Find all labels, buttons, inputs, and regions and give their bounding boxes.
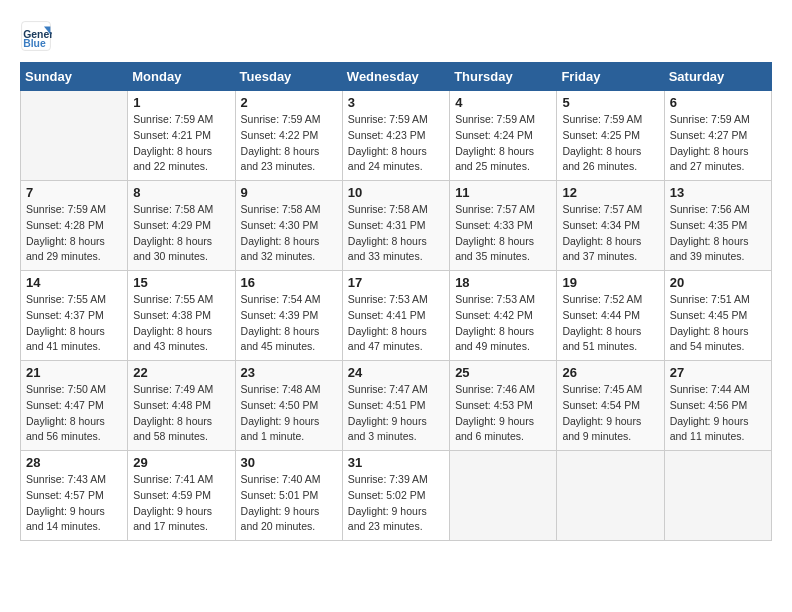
calendar-week-4: 21Sunrise: 7:50 AM Sunset: 4:47 PM Dayli…: [21, 361, 772, 451]
weekday-header-friday: Friday: [557, 63, 664, 91]
calendar-cell: 19Sunrise: 7:52 AM Sunset: 4:44 PM Dayli…: [557, 271, 664, 361]
day-info: Sunrise: 7:59 AM Sunset: 4:25 PM Dayligh…: [562, 112, 658, 175]
day-info: Sunrise: 7:58 AM Sunset: 4:29 PM Dayligh…: [133, 202, 229, 265]
day-info: Sunrise: 7:53 AM Sunset: 4:42 PM Dayligh…: [455, 292, 551, 355]
calendar-cell: 15Sunrise: 7:55 AM Sunset: 4:38 PM Dayli…: [128, 271, 235, 361]
day-info: Sunrise: 7:44 AM Sunset: 4:56 PM Dayligh…: [670, 382, 766, 445]
day-info: Sunrise: 7:57 AM Sunset: 4:34 PM Dayligh…: [562, 202, 658, 265]
day-number: 6: [670, 95, 766, 110]
svg-text:Blue: Blue: [23, 38, 46, 49]
calendar-cell: 28Sunrise: 7:43 AM Sunset: 4:57 PM Dayli…: [21, 451, 128, 541]
calendar-cell: 29Sunrise: 7:41 AM Sunset: 4:59 PM Dayli…: [128, 451, 235, 541]
calendar-cell: 22Sunrise: 7:49 AM Sunset: 4:48 PM Dayli…: [128, 361, 235, 451]
day-info: Sunrise: 7:58 AM Sunset: 4:31 PM Dayligh…: [348, 202, 444, 265]
day-number: 7: [26, 185, 122, 200]
day-info: Sunrise: 7:56 AM Sunset: 4:35 PM Dayligh…: [670, 202, 766, 265]
day-info: Sunrise: 7:52 AM Sunset: 4:44 PM Dayligh…: [562, 292, 658, 355]
day-number: 17: [348, 275, 444, 290]
day-number: 19: [562, 275, 658, 290]
weekday-header-tuesday: Tuesday: [235, 63, 342, 91]
day-info: Sunrise: 7:51 AM Sunset: 4:45 PM Dayligh…: [670, 292, 766, 355]
day-number: 27: [670, 365, 766, 380]
calendar-cell: 30Sunrise: 7:40 AM Sunset: 5:01 PM Dayli…: [235, 451, 342, 541]
day-info: Sunrise: 7:48 AM Sunset: 4:50 PM Dayligh…: [241, 382, 337, 445]
day-info: Sunrise: 7:55 AM Sunset: 4:37 PM Dayligh…: [26, 292, 122, 355]
weekday-header-thursday: Thursday: [450, 63, 557, 91]
day-number: 28: [26, 455, 122, 470]
weekday-header-sunday: Sunday: [21, 63, 128, 91]
calendar-cell: [450, 451, 557, 541]
day-info: Sunrise: 7:59 AM Sunset: 4:23 PM Dayligh…: [348, 112, 444, 175]
day-info: Sunrise: 7:55 AM Sunset: 4:38 PM Dayligh…: [133, 292, 229, 355]
calendar-table: SundayMondayTuesdayWednesdayThursdayFrid…: [20, 62, 772, 541]
calendar-cell: 2Sunrise: 7:59 AM Sunset: 4:22 PM Daylig…: [235, 91, 342, 181]
calendar-cell: 31Sunrise: 7:39 AM Sunset: 5:02 PM Dayli…: [342, 451, 449, 541]
calendar-cell: 11Sunrise: 7:57 AM Sunset: 4:33 PM Dayli…: [450, 181, 557, 271]
calendar-cell: [664, 451, 771, 541]
day-number: 25: [455, 365, 551, 380]
day-number: 1: [133, 95, 229, 110]
day-number: 21: [26, 365, 122, 380]
calendar-cell: 9Sunrise: 7:58 AM Sunset: 4:30 PM Daylig…: [235, 181, 342, 271]
day-number: 3: [348, 95, 444, 110]
day-number: 15: [133, 275, 229, 290]
day-info: Sunrise: 7:43 AM Sunset: 4:57 PM Dayligh…: [26, 472, 122, 535]
day-info: Sunrise: 7:41 AM Sunset: 4:59 PM Dayligh…: [133, 472, 229, 535]
day-info: Sunrise: 7:59 AM Sunset: 4:28 PM Dayligh…: [26, 202, 122, 265]
day-info: Sunrise: 7:59 AM Sunset: 4:24 PM Dayligh…: [455, 112, 551, 175]
weekday-header-monday: Monday: [128, 63, 235, 91]
calendar-cell: 5Sunrise: 7:59 AM Sunset: 4:25 PM Daylig…: [557, 91, 664, 181]
calendar-cell: 23Sunrise: 7:48 AM Sunset: 4:50 PM Dayli…: [235, 361, 342, 451]
day-number: 2: [241, 95, 337, 110]
day-number: 8: [133, 185, 229, 200]
day-number: 5: [562, 95, 658, 110]
calendar-week-1: 1Sunrise: 7:59 AM Sunset: 4:21 PM Daylig…: [21, 91, 772, 181]
calendar-cell: 16Sunrise: 7:54 AM Sunset: 4:39 PM Dayli…: [235, 271, 342, 361]
calendar-cell: 14Sunrise: 7:55 AM Sunset: 4:37 PM Dayli…: [21, 271, 128, 361]
day-info: Sunrise: 7:53 AM Sunset: 4:41 PM Dayligh…: [348, 292, 444, 355]
day-number: 29: [133, 455, 229, 470]
calendar-week-5: 28Sunrise: 7:43 AM Sunset: 4:57 PM Dayli…: [21, 451, 772, 541]
calendar-cell: 21Sunrise: 7:50 AM Sunset: 4:47 PM Dayli…: [21, 361, 128, 451]
day-number: 23: [241, 365, 337, 380]
logo: General Blue: [20, 20, 56, 52]
day-info: Sunrise: 7:49 AM Sunset: 4:48 PM Dayligh…: [133, 382, 229, 445]
calendar-week-2: 7Sunrise: 7:59 AM Sunset: 4:28 PM Daylig…: [21, 181, 772, 271]
day-number: 4: [455, 95, 551, 110]
calendar-cell: 25Sunrise: 7:46 AM Sunset: 4:53 PM Dayli…: [450, 361, 557, 451]
calendar-cell: 10Sunrise: 7:58 AM Sunset: 4:31 PM Dayli…: [342, 181, 449, 271]
day-number: 14: [26, 275, 122, 290]
day-info: Sunrise: 7:59 AM Sunset: 4:22 PM Dayligh…: [241, 112, 337, 175]
day-number: 22: [133, 365, 229, 380]
day-number: 12: [562, 185, 658, 200]
day-info: Sunrise: 7:46 AM Sunset: 4:53 PM Dayligh…: [455, 382, 551, 445]
day-number: 18: [455, 275, 551, 290]
calendar-cell: 18Sunrise: 7:53 AM Sunset: 4:42 PM Dayli…: [450, 271, 557, 361]
calendar-cell: 7Sunrise: 7:59 AM Sunset: 4:28 PM Daylig…: [21, 181, 128, 271]
weekday-header-wednesday: Wednesday: [342, 63, 449, 91]
weekday-header-saturday: Saturday: [664, 63, 771, 91]
calendar-cell: 6Sunrise: 7:59 AM Sunset: 4:27 PM Daylig…: [664, 91, 771, 181]
day-number: 11: [455, 185, 551, 200]
day-info: Sunrise: 7:59 AM Sunset: 4:27 PM Dayligh…: [670, 112, 766, 175]
calendar-week-3: 14Sunrise: 7:55 AM Sunset: 4:37 PM Dayli…: [21, 271, 772, 361]
calendar-cell: 24Sunrise: 7:47 AM Sunset: 4:51 PM Dayli…: [342, 361, 449, 451]
page-header: General Blue: [20, 20, 772, 52]
day-info: Sunrise: 7:57 AM Sunset: 4:33 PM Dayligh…: [455, 202, 551, 265]
day-number: 24: [348, 365, 444, 380]
day-info: Sunrise: 7:40 AM Sunset: 5:01 PM Dayligh…: [241, 472, 337, 535]
calendar-cell: 26Sunrise: 7:45 AM Sunset: 4:54 PM Dayli…: [557, 361, 664, 451]
day-info: Sunrise: 7:58 AM Sunset: 4:30 PM Dayligh…: [241, 202, 337, 265]
calendar-cell: [21, 91, 128, 181]
calendar-cell: 3Sunrise: 7:59 AM Sunset: 4:23 PM Daylig…: [342, 91, 449, 181]
logo-icon: General Blue: [20, 20, 52, 52]
calendar-cell: 27Sunrise: 7:44 AM Sunset: 4:56 PM Dayli…: [664, 361, 771, 451]
day-info: Sunrise: 7:59 AM Sunset: 4:21 PM Dayligh…: [133, 112, 229, 175]
calendar-header: SundayMondayTuesdayWednesdayThursdayFrid…: [21, 63, 772, 91]
day-info: Sunrise: 7:50 AM Sunset: 4:47 PM Dayligh…: [26, 382, 122, 445]
calendar-cell: 20Sunrise: 7:51 AM Sunset: 4:45 PM Dayli…: [664, 271, 771, 361]
day-number: 30: [241, 455, 337, 470]
day-info: Sunrise: 7:45 AM Sunset: 4:54 PM Dayligh…: [562, 382, 658, 445]
day-number: 10: [348, 185, 444, 200]
calendar-cell: 8Sunrise: 7:58 AM Sunset: 4:29 PM Daylig…: [128, 181, 235, 271]
